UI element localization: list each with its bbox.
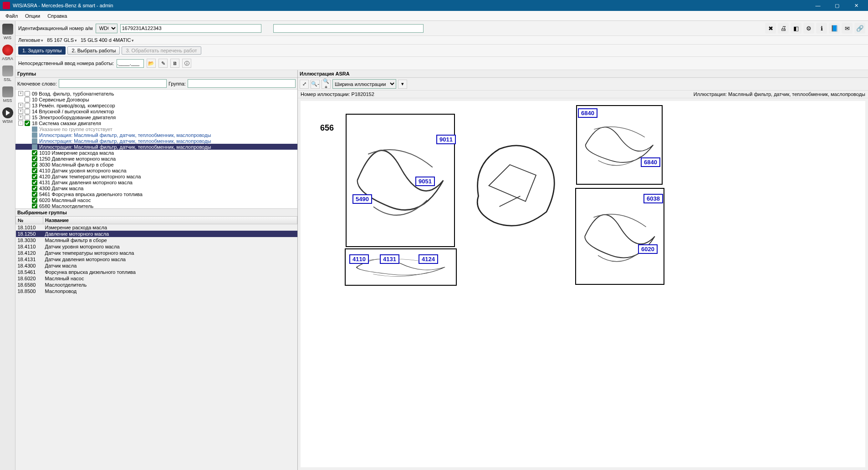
crumb-variant[interactable]: 15 GLS 400 d 4MATIC▾ [81,37,134,43]
groups-tree[interactable]: +09 Возд. фильтр, турбонагнетатель10 Сер… [15,90,297,209]
col-name[interactable]: Название [43,217,297,224]
expand-icon[interactable]: + [18,109,23,114]
close-button[interactable]: ✕ [847,1,865,10]
worknum-doc-icon[interactable]: 🗎 [170,59,179,68]
tree-row[interactable]: +14 Впускной / выпускной коллектор [15,108,297,114]
table-row[interactable]: 18.6020Масляный насос [16,275,297,282]
expand-icon[interactable]: + [18,115,23,120]
tree-checkbox[interactable] [32,168,37,173]
tree-row[interactable]: 4131 Датчик давления моторного масла [15,179,297,185]
part-label[interactable]: 4110 [349,254,369,264]
tree-row[interactable]: 4120 Датчик температуры моторного масла [15,173,297,179]
tree-checkbox[interactable] [25,103,30,108]
tree-checkbox[interactable] [32,186,37,191]
tree-checkbox[interactable] [32,162,37,167]
worknum-info-icon[interactable]: ⓘ [182,59,191,68]
table-row[interactable]: 18.6580Маслоотделитель [16,282,297,288]
tree-row[interactable]: Иллюстрация: Масляный фильтр, датчик, те… [15,132,297,138]
tree-checkbox[interactable] [32,192,37,197]
part-label[interactable]: 9051 [415,177,435,186]
nav-asra[interactable]: ASRA [1,45,14,61]
illus-menu-icon[interactable]: ▾ [398,80,407,89]
share-icon[interactable]: 🔗 [854,23,865,34]
nav-mss[interactable]: MSS [1,86,14,103]
vin-prefix-select[interactable]: WDC [96,24,117,33]
keyword-input[interactable] [59,79,167,88]
zoom-out-icon[interactable]: 🔍- [311,80,320,89]
tree-row[interactable]: +15 Электрооборудование двигателя [15,114,297,120]
part-label[interactable]: 5490 [352,194,372,204]
tab-step1[interactable]: 1. Задать группы [18,46,66,55]
table-row[interactable]: 18.3030Масляный фильтр в сборе [16,237,297,243]
crumb-type[interactable]: Легковые▾ [18,37,43,43]
tree-row[interactable]: +13 Ремён. привод/возд. компрессор [15,102,297,108]
tree-checkbox[interactable] [25,121,30,126]
table-row[interactable]: 18.5461Форсунка впрыска дизельного топли… [16,269,297,275]
tree-row[interactable]: 1010 Измерение расхода масла [15,150,297,156]
group-input[interactable] [188,79,296,88]
nav-wis[interactable]: WIS [1,24,14,40]
book-icon[interactable]: 📘 [829,23,840,34]
worknum-input[interactable] [117,59,144,68]
table-row[interactable]: 18.4131Датчик давления моторного масла [16,256,297,263]
tree-row[interactable]: 4300 Датчик масла [15,185,297,191]
table-row[interactable]: 18.8500Маслопровод [16,288,297,294]
tree-row[interactable]: Иллюстрация: Масляный фильтр, датчик, те… [15,144,297,150]
tree-row[interactable]: -18 Система смазки двигателя [15,120,297,126]
zoom-fit-icon[interactable]: ⤢ [300,80,309,89]
tree-row[interactable]: 1250 Давление моторного масла [15,156,297,162]
expand-icon[interactable]: - [18,121,23,126]
tree-checkbox[interactable] [32,156,37,162]
maximize-button[interactable]: ▢ [828,1,846,10]
part-label[interactable]: 6020 [638,244,658,254]
part-label[interactable]: 6840 [641,157,660,167]
table-row[interactable]: 18.4120Датчик температуры моторного масл… [16,250,297,256]
menu-help[interactable]: Справка [44,12,71,20]
expand-icon[interactable]: + [18,91,23,96]
vin-input[interactable] [120,24,261,33]
nav-wsm[interactable]: WSM [1,107,14,124]
tree-checkbox[interactable] [25,91,30,96]
tree-row[interactable]: 6020 Масляный насос [15,197,297,203]
part-label[interactable]: 4124 [419,254,438,264]
table-row[interactable]: 18.1010Измерение расхода масла [16,224,297,231]
illustration-canvas[interactable]: 656 901190515490411041314124684068406038… [301,101,865,467]
menu-file[interactable]: Файл [2,12,21,20]
tree-row[interactable]: Указание по группе отсутствует [15,126,297,132]
tree-checkbox[interactable] [32,174,37,179]
gear-icon[interactable]: ⚙ [803,23,814,34]
part-label[interactable]: 6840 [578,108,597,118]
worknum-edit-icon[interactable]: ✎ [158,59,168,68]
tree-row[interactable]: 6580 Маслоотделитель [15,203,297,209]
part-label[interactable]: 6038 [643,194,663,203]
info-icon[interactable]: ℹ [816,23,827,34]
tree-checkbox[interactable] [25,115,30,120]
tree-checkbox[interactable] [25,97,30,102]
tree-row[interactable]: +09 Возд. фильтр, турбонагнетатель [15,91,297,96]
mail-icon[interactable]: ✉ [842,23,853,34]
tree-checkbox[interactable] [32,197,37,203]
table-row[interactable]: 18.1250Давление моторного масла [16,231,297,237]
table-row[interactable]: 18.4300Датчик масла [16,263,297,269]
tree-checkbox[interactable] [32,203,37,209]
worknum-open-icon[interactable]: 📂 [147,59,156,68]
minimize-button[interactable]: — [809,1,827,10]
tree-checkbox[interactable] [32,150,37,156]
tree-checkbox[interactable] [25,109,30,114]
part-label[interactable]: 9011 [436,135,456,144]
expand-icon[interactable]: + [18,103,23,108]
col-number[interactable]: № [16,217,43,224]
table-row[interactable]: 18.4110Датчик уровня моторного масла [16,243,297,250]
tree-row[interactable]: 10 Сервисные Договоры [15,96,297,102]
extra-search-input[interactable] [273,24,424,33]
tree-checkbox[interactable] [32,180,37,185]
zoom-select[interactable]: Ширина иллюстрации [332,79,396,89]
print-icon[interactable]: 🖨 [778,23,789,34]
tree-row[interactable]: 3030 Масляный фильтр в сборе [15,162,297,167]
clear-icon[interactable]: ✖ [765,23,776,34]
zoom-in-icon[interactable]: 🔍+ [322,80,331,89]
tree-row[interactable]: Иллюстрация: Масляный фильтр, датчик, те… [15,138,297,144]
tab-step2[interactable]: 2. Выбрать работы [67,46,120,55]
erase-icon[interactable]: ◧ [791,23,802,34]
menu-options[interactable]: Опции [21,12,44,20]
